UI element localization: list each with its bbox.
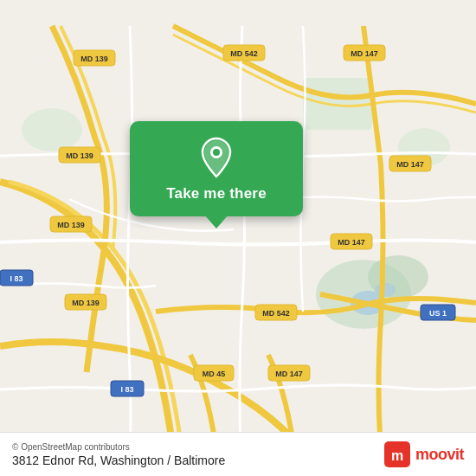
svg-point-37 xyxy=(213,149,220,156)
svg-text:MD 139: MD 139 xyxy=(80,55,108,63)
svg-text:MD 139: MD 139 xyxy=(66,151,93,160)
moovit-logo-icon: m xyxy=(384,441,410,467)
take-me-there-card[interactable]: Take me there xyxy=(130,121,303,216)
svg-text:MD 147: MD 147 xyxy=(338,238,365,247)
svg-text:MD 542: MD 542 xyxy=(262,309,290,318)
svg-text:I 83: I 83 xyxy=(120,385,133,394)
moovit-text-label: moovit xyxy=(415,446,464,464)
map-container: MD 139 MD 139 MD 139 MD 139 MD 542 MD 54… xyxy=(0,0,476,476)
svg-text:MD 147: MD 147 xyxy=(351,49,378,58)
svg-text:US 1: US 1 xyxy=(429,309,447,318)
svg-text:MD 147: MD 147 xyxy=(275,370,303,378)
map-roads-svg: MD 139 MD 139 MD 139 MD 139 MD 542 MD 54… xyxy=(0,0,476,476)
svg-text:MD 542: MD 542 xyxy=(230,49,258,58)
svg-text:m: m xyxy=(391,448,403,463)
moovit-logo[interactable]: m moovit xyxy=(384,441,464,467)
svg-point-7 xyxy=(375,283,396,297)
bottom-bar: © OpenStreetMap contributors 3812 Ednor … xyxy=(0,432,476,476)
take-me-there-button-label: Take me there xyxy=(166,185,267,203)
svg-text:MD 139: MD 139 xyxy=(72,299,100,307)
svg-text:MD 139: MD 139 xyxy=(57,221,85,229)
svg-rect-3 xyxy=(303,78,372,130)
svg-text:MD 45: MD 45 xyxy=(203,370,226,378)
svg-point-4 xyxy=(22,108,82,151)
address-label: 3812 Ednor Rd, Washington / Baltimore xyxy=(12,453,225,467)
osm-credit-text: © OpenStreetMap contributors xyxy=(12,442,225,452)
bottom-left-info: © OpenStreetMap contributors 3812 Ednor … xyxy=(12,442,225,467)
svg-text:MD 147: MD 147 xyxy=(396,160,424,169)
svg-text:I 83: I 83 xyxy=(10,274,23,283)
location-pin-icon xyxy=(196,137,237,178)
